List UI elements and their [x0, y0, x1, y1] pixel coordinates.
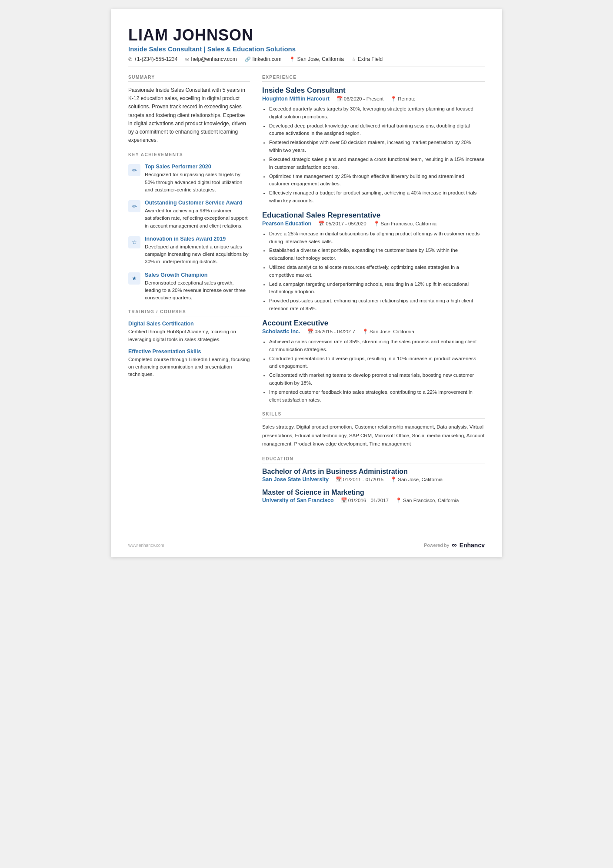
job-bullets: Achieved a sales conversion rate of 35%,… [262, 338, 485, 404]
achievement-content: Sales Growth Champion Demonstrated excep… [145, 272, 250, 302]
bullet: Implemented customer feedback into sales… [269, 389, 485, 404]
training-desc: Certified through HubSpot Academy, focus… [128, 328, 250, 343]
job-title: Inside Sales Consultant [262, 86, 485, 95]
edu-location: 📍 San Francisco, California [396, 497, 459, 503]
achievement-icon-pencil: ✏ [128, 200, 140, 212]
bullet: Conducted presentations to diverse group… [269, 355, 485, 371]
bullet: Utilized data analytics to allocate reso… [269, 264, 485, 279]
summary-header: SUMMARY [128, 75, 250, 82]
resume-page: LIAM JOHNSON Inside Sales Consultant | S… [111, 9, 502, 557]
job-location: 📍 San Jose, California [362, 328, 414, 335]
candidate-title: Inside Sales Consultant | Sales & Educat… [128, 45, 485, 53]
bullet: Drove a 25% increase in digital subscrip… [269, 230, 485, 246]
candidate-name: LIAM JOHNSON [128, 26, 485, 44]
achievement-title: Outstanding Customer Service Award [145, 200, 250, 206]
edu-meta: San Jose State University 📅 01/2011 - 01… [262, 476, 485, 483]
pin-icon: 📍 [373, 221, 380, 227]
job-date: 📅 06/2020 - Present [336, 96, 383, 102]
training-header: TRAINING / COURSES [128, 309, 250, 316]
header: LIAM JOHNSON Inside Sales Consultant | S… [128, 26, 485, 67]
job-meta: Houghton Mifflin Harcourt 📅 06/2020 - Pr… [262, 96, 485, 102]
bullet: Achieved a sales conversion rate of 35%,… [269, 338, 485, 354]
achievement-desc: Developed and implemented a unique sales… [145, 243, 250, 266]
job-date: 📅 03/2015 - 04/2017 [307, 328, 355, 335]
calendar-icon: 📅 [341, 497, 347, 503]
education-header: EDUCATION [262, 456, 485, 463]
bullet: Collaborated with marketing teams to dev… [269, 372, 485, 387]
bullet: Exceeded quarterly sales targets by 30%,… [269, 105, 485, 121]
bullet: Led a campaign targeting underperforming… [269, 281, 485, 296]
achievement-icon-pencil: ✏ [128, 164, 140, 176]
job-location: 📍 Remote [390, 96, 415, 102]
brand-name: Enhancv [460, 542, 485, 549]
job-location: 📍 San Francisco, California [373, 221, 436, 227]
bullet: Optimized time management by 25% through… [269, 173, 485, 188]
achievement-item: ✏ Top Sales Performer 2020 Recognized fo… [128, 164, 250, 194]
calendar-icon: 📅 [318, 221, 324, 227]
bullet: Executed strategic sales plans and manag… [269, 156, 485, 171]
job-company: Houghton Mifflin Harcourt [262, 96, 330, 102]
contact-phone: ✆ +1-(234)-555-1234 [128, 56, 177, 62]
job-block: Inside Sales Consultant Houghton Mifflin… [262, 86, 485, 205]
contact-bar: ✆ +1-(234)-555-1234 ✉ help@enhancv.com 🔗… [128, 56, 485, 67]
extra-icon: ☆ [352, 57, 356, 62]
training-list: Digital Sales Certification Certified th… [128, 321, 250, 378]
achievement-desc: Awarded for achieving a 98% customer sat… [145, 207, 250, 230]
contact-location: 📍 San Jose, California [289, 56, 343, 62]
achievements-list: ✏ Top Sales Performer 2020 Recognized fo… [128, 164, 250, 302]
skills-header: SKILLS [262, 412, 485, 419]
achievement-item: ★ Sales Growth Champion Demonstrated exc… [128, 272, 250, 302]
calendar-icon: 📅 [307, 328, 313, 335]
achievement-icon-star-filled: ★ [128, 272, 140, 285]
bullet: Established a diverse client portfolio, … [269, 247, 485, 262]
job-meta: Pearson Education 📅 05/2017 - 05/2020 📍 … [262, 221, 485, 227]
bullet: Effectively managed a budget for product… [269, 189, 485, 205]
contact-email: ✉ help@enhancv.com [185, 56, 237, 62]
achievement-title: Sales Growth Champion [145, 272, 250, 278]
education-item: Master of Science in Marketing Universit… [262, 489, 485, 503]
phone-icon: ✆ [128, 57, 132, 62]
job-title: Educational Sales Representative [262, 211, 485, 220]
job-block: Educational Sales Representative Pearson… [262, 211, 485, 313]
contact-extra: ☆ Extra Field [352, 56, 383, 62]
achievement-title: Innovation in Sales Award 2019 [145, 236, 250, 242]
achievement-title: Top Sales Performer 2020 [145, 164, 250, 170]
achievements-header: KEY ACHIEVEMENTS [128, 152, 250, 159]
pin-icon: 📍 [362, 328, 368, 335]
calendar-icon: 📅 [336, 96, 343, 102]
job-bullets: Drove a 25% increase in digital subscrip… [262, 230, 485, 313]
pin-icon: 📍 [390, 96, 396, 102]
achievement-icon-star-outline: ☆ [128, 236, 140, 248]
job-date: 📅 05/2017 - 05/2020 [318, 221, 366, 227]
edu-degree: Bachelor of Arts in Business Administrat… [262, 468, 485, 476]
edu-school: University of San Francisco [262, 497, 334, 503]
bullet: Fostered relationships with over 50 deci… [269, 139, 485, 154]
job-title: Account Executive [262, 319, 485, 328]
bullet: Developed deep product knowledge and del… [269, 122, 485, 138]
edu-meta: University of San Francisco 📅 01/2016 - … [262, 497, 485, 503]
achievement-desc: Demonstrated exceptional sales growth, l… [145, 279, 250, 302]
edu-degree: Master of Science in Marketing [262, 489, 485, 496]
edu-location: 📍 San Jose, California [390, 476, 443, 483]
achievement-item: ☆ Innovation in Sales Award 2019 Develop… [128, 236, 250, 266]
education-item: Bachelor of Arts in Business Administrat… [262, 468, 485, 483]
edu-school: San Jose State University [262, 476, 329, 483]
skills-text: Sales strategy, Digital product promotio… [262, 423, 485, 449]
footer-brand: Powered by ∞ Enhancv [424, 541, 485, 549]
email-icon: ✉ [185, 57, 189, 62]
training-desc: Completed course through LinkedIn Learni… [128, 356, 250, 379]
achievement-desc: Recognized for surpassing sales targets … [145, 171, 250, 194]
edu-date: 📅 01/2011 - 01/2015 [336, 476, 383, 483]
experience-header: EXPERIENCE [262, 75, 485, 82]
job-company: Scholastic Inc. [262, 328, 300, 335]
job-bullets: Exceeded quarterly sales targets by 30%,… [262, 105, 485, 205]
calendar-icon: 📅 [336, 476, 342, 483]
bullet: Provided post-sales support, enhancing c… [269, 297, 485, 313]
footer: www.enhancv.com Powered by ∞ Enhancv [128, 541, 485, 549]
pin-icon: 📍 [390, 476, 396, 483]
location-icon: 📍 [289, 57, 295, 62]
achievement-item: ✏ Outstanding Customer Service Award Awa… [128, 200, 250, 230]
achievement-content: Innovation in Sales Award 2019 Developed… [145, 236, 250, 266]
pin-icon: 📍 [396, 497, 402, 503]
job-block: Account Executive Scholastic Inc. 📅 03/2… [262, 319, 485, 404]
